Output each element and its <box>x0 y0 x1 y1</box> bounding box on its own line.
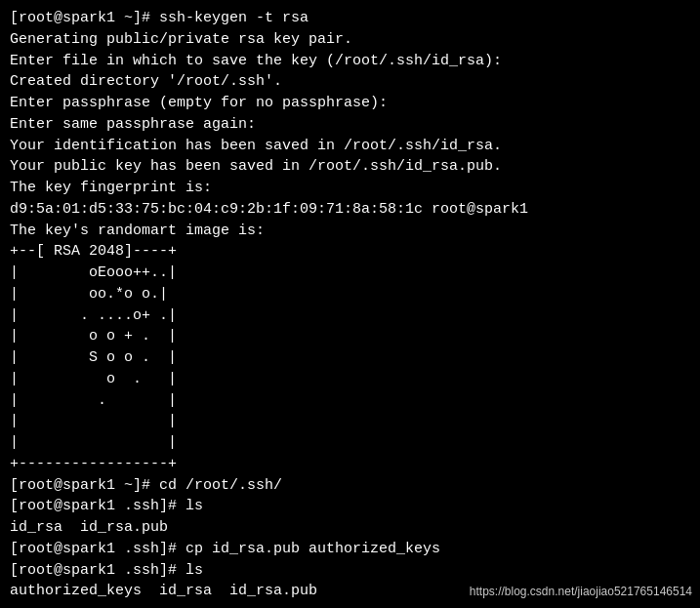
line-8: Your public key has been saved in /root/… <box>10 158 502 175</box>
line-13: | oEooo++..| <box>10 264 177 281</box>
line-28: authorized_keys id_rsa id_rsa.pub <box>10 583 317 599</box>
line-20: | | <box>10 413 177 429</box>
line-4: Created directory '/root/.ssh'. <box>10 73 282 90</box>
line-19: | . | <box>10 392 177 409</box>
line-12: +--[ RSA 2048]----+ <box>10 243 177 260</box>
terminal-window[interactable]: [root@spark1 ~]# ssh-keygen -t rsa Gener… <box>0 0 700 608</box>
watermark-text: https://blog.csdn.net/jiaojiao5217651465… <box>470 584 692 600</box>
line-1: [root@spark1 ~]# ssh-keygen -t rsa <box>10 10 309 26</box>
line-5: Enter passphrase (empty for no passphras… <box>10 95 388 111</box>
line-2: Generating public/private rsa key pair. <box>10 31 352 48</box>
line-24: [root@spark1 .ssh]# ls <box>10 498 203 514</box>
line-15: | . ....o+ .| <box>10 307 177 324</box>
line-6: Enter same passphrase again: <box>10 116 256 133</box>
line-17: | S o o . | <box>10 349 177 366</box>
line-21: | | <box>10 434 177 451</box>
line-11: The key's randomart image is: <box>10 223 265 239</box>
line-22: +-----------------+ <box>10 456 177 472</box>
line-3: Enter file in which to save the key (/ro… <box>10 53 502 69</box>
line-26: [root@spark1 .ssh]# cp id_rsa.pub author… <box>10 541 440 557</box>
terminal-output: [root@spark1 ~]# ssh-keygen -t rsa Gener… <box>10 8 690 602</box>
line-16: | o o + . | <box>10 328 177 345</box>
line-23: [root@spark1 ~]# cd /root/.ssh/ <box>10 477 282 494</box>
line-27: [root@spark1 .ssh]# ls <box>10 562 203 579</box>
line-10: d9:5a:01:d5:33:75:bc:04:c9:2b:1f:09:71:8… <box>10 201 528 218</box>
line-18: | o . | <box>10 371 177 387</box>
line-9: The key fingerprint is: <box>10 180 212 196</box>
line-14: | oo.*o o.| <box>10 286 168 303</box>
line-7: Your identification has been saved in /r… <box>10 138 502 154</box>
line-25: id_rsa id_rsa.pub <box>10 519 168 536</box>
